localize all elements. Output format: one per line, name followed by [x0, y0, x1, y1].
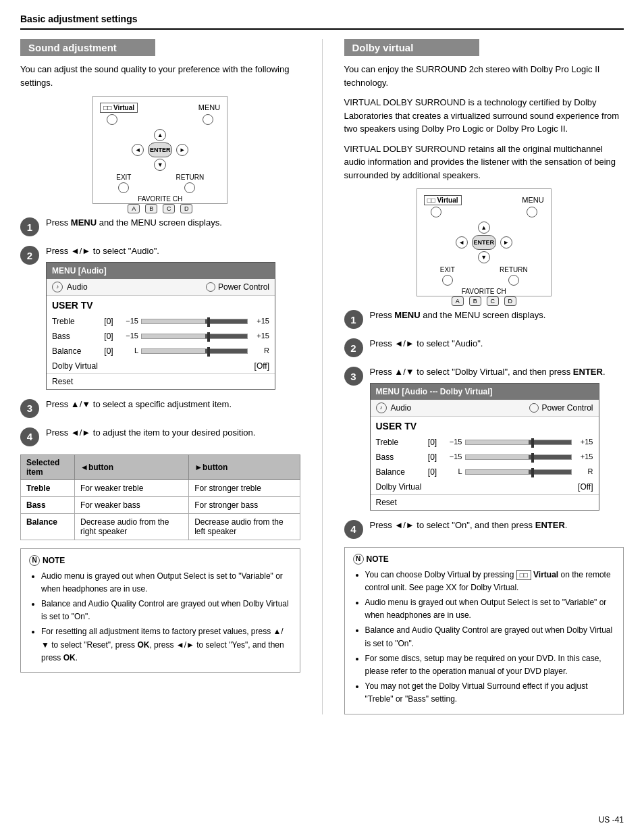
menu-header-text-right: MENU [Audio --- Dolby Virtual] [376, 386, 493, 398]
treble-slider-fill-left [205, 319, 247, 323]
nav-down-left[interactable]: ▼ [154, 159, 166, 171]
virtual-box-right: □□ Virtual [424, 195, 462, 205]
balance-right-desc: Decrease audio from the left speaker [189, 513, 300, 540]
return-btn-right[interactable] [508, 275, 519, 286]
btn-a-left[interactable]: A [128, 204, 140, 213]
treble-slider-right [465, 440, 572, 445]
table-row: Bass For weaker bass For stronger bass [21, 496, 300, 513]
bass-slider-left [141, 334, 248, 339]
virtual-circle-right[interactable] [431, 207, 441, 217]
btn-c-right[interactable]: C [487, 296, 499, 306]
treble-label-right: Treble [376, 436, 423, 448]
bass-num-right-right: +15 [574, 451, 593, 463]
treble-right-desc: For stronger treble [189, 479, 300, 496]
power-label-left: Power Control [218, 281, 269, 293]
step-num-4-right: 4 [344, 520, 363, 539]
note-title-right: N NOTE [353, 553, 616, 566]
nav-down-right[interactable]: ▼ [478, 251, 490, 263]
bass-num-right-left: +15 [250, 330, 269, 342]
bass-right-desc: For stronger bass [189, 496, 300, 513]
remote-nav-row-right: ◄ ENTER ► [456, 235, 512, 250]
return-btn-left[interactable] [184, 182, 195, 193]
reset-label-right: Reset [376, 498, 397, 507]
treble-num-right-right: +15 [574, 436, 593, 448]
menu-circle-right[interactable] [527, 207, 537, 217]
note-item-right-5: You may not get the Dolby Virtual Surrou… [365, 680, 616, 706]
remote-top-labels-right: □□ Virtual MENU [424, 196, 544, 204]
bass-slider-handle-left [207, 332, 210, 342]
nav-left-right[interactable]: ◄ [456, 236, 468, 249]
nav-right-left[interactable]: ► [176, 144, 188, 156]
balance-num-left-left: L [118, 345, 138, 357]
nav-up-right[interactable]: ▲ [478, 221, 490, 234]
exit-btn-right[interactable] [442, 275, 453, 286]
remote-top-circles-right [424, 207, 544, 217]
treble-left-desc: For weaker treble [75, 479, 189, 496]
note-icon-right: N [353, 554, 364, 565]
audio-label-left: Audio [67, 281, 88, 293]
btn-d-left[interactable]: D [180, 204, 192, 213]
balance-num-left-right: L [442, 466, 462, 477]
virtual-label-left: □□ Virtual [100, 104, 138, 111]
table-row: Balance Decrease audio from the right sp… [21, 513, 300, 540]
menu-row-balance-left: Balance [0] L R [47, 344, 275, 359]
btn-d-right[interactable]: D [504, 296, 516, 306]
note-list-right: You can choose Dolby Virtual by pressing… [353, 569, 616, 706]
enter-btn-left[interactable]: ENTER [148, 142, 172, 157]
enter-btn-right[interactable]: ENTER [472, 235, 496, 250]
remote-top-circles [100, 114, 220, 125]
menu-circle-left[interactable] [203, 114, 213, 125]
page-header-title: Basic adjustment settings [20, 14, 138, 24]
bass-slider-handle-right [531, 453, 534, 463]
bass-slider-fill-right [529, 455, 570, 459]
menu-box-left: MENU [Audio] ♪ Audio Power Control USER … [46, 262, 275, 390]
balance-left-desc: Decrease audio from the right speaker [75, 513, 189, 540]
menu-header-left: MENU [Audio] [47, 263, 275, 279]
two-col-layout: Sound adjustment You can adjust the soun… [20, 39, 624, 714]
note-label-right: NOTE [367, 553, 389, 566]
bass-label-left: Bass [52, 330, 99, 342]
page-header: Basic adjustment settings [20, 14, 624, 30]
btn-b-right[interactable]: B [469, 296, 481, 306]
right-step-4: 4 Press ◄/► to select "On", and then pre… [344, 519, 624, 539]
note-list-left: Audio menu is grayed out when Output Sel… [29, 570, 292, 664]
menu-row-bass-right: Bass [0] −15 +15 [371, 450, 599, 465]
btn-a-right[interactable]: A [452, 296, 464, 306]
note-item-right-1: You can choose Dolby Virtual by pressing… [365, 569, 616, 594]
step-num-1-right: 1 [344, 310, 363, 329]
step-num-1-left: 1 [20, 217, 39, 236]
menu-row-balance-right: Balance [0] L R [371, 465, 599, 479]
virtual-box-left: □□ Virtual [100, 103, 138, 113]
treble-slider-handle-right [531, 438, 534, 448]
left-step-2: 2 Press ◄/► to select "Audio". MENU [Aud… [20, 244, 300, 390]
remote-nav-center-left: ▲ ◄ ENTER ► ▼ [132, 129, 188, 171]
virtual-circle-left[interactable] [107, 114, 117, 125]
dolby-virtual-title: Dolby virtual [344, 39, 479, 56]
btn-b-left[interactable]: B [145, 204, 157, 213]
menu-dolby-row-left: Dolby Virtual [Off] [47, 359, 275, 373]
col-header-right-btn: ►button [189, 454, 300, 479]
left-column: Sound adjustment You can adjust the soun… [20, 39, 300, 714]
step-text-1-right: Press MENU and the MENU screen displays. [370, 309, 624, 322]
bass-val-right: [0] [423, 451, 442, 463]
menu-reset-row-right: Reset [371, 494, 599, 510]
audio-label-right: Audio [391, 402, 412, 414]
nav-right-right[interactable]: ► [500, 236, 512, 249]
fav-label-left: FAVORITE CH [138, 195, 182, 203]
reset-label-left: Reset [52, 377, 73, 386]
remote-diagram-left: □□ Virtual MENU ▲ ◄ ENTER ► ▼ [92, 96, 227, 204]
item-treble: Treble [21, 479, 75, 496]
balance-slider-fill-right [529, 470, 570, 474]
remote-exit-return-right: EXIT RETURN [440, 266, 528, 286]
note-item-right-4: For some discs, setup may be required on… [365, 652, 616, 678]
note-box-right: N NOTE You can choose Dolby Virtual by p… [344, 547, 624, 714]
nav-up-left[interactable]: ▲ [154, 129, 166, 141]
menu-row-treble-right: Treble [0] −15 +15 [371, 435, 599, 450]
btn-c-left[interactable]: C [163, 204, 175, 213]
exit-btn-left[interactable] [118, 182, 129, 193]
nav-left-left[interactable]: ◄ [132, 144, 144, 156]
step-text-4-left: Press ◄/► to adjust the item to your des… [46, 426, 300, 440]
dolby-para2: VIRTUAL DOLBY SURROUND is a technology c… [344, 96, 624, 136]
balance-num-right-right: R [574, 466, 593, 477]
menu-audio-row-right: ♪ Audio Power Control [371, 400, 599, 417]
